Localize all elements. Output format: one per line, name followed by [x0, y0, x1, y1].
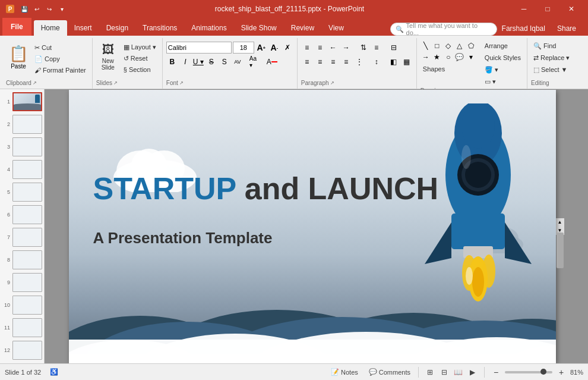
- slide-thumb-6[interactable]: 6: [2, 205, 42, 225]
- increase-font-btn[interactable]: A+: [255, 42, 267, 54]
- user-name[interactable]: Farshad Iqbal: [502, 24, 545, 33]
- columns-btn[interactable]: ⋮: [353, 56, 365, 68]
- find-button[interactable]: 🔍 Find: [531, 40, 558, 51]
- reading-view-btn[interactable]: 📖: [452, 366, 465, 379]
- line-spacing-btn[interactable]: ↕: [371, 56, 382, 68]
- slide-thumb-12[interactable]: 12: [2, 340, 42, 360]
- clipboard-expand-icon[interactable]: ↗: [33, 80, 37, 86]
- replace-button[interactable]: ⇄ Replace ▾: [531, 52, 572, 63]
- align-left-btn[interactable]: ≡: [301, 56, 313, 68]
- close-btn[interactable]: ✕: [559, 0, 583, 18]
- share-button[interactable]: Share: [550, 21, 583, 36]
- bullets-btn[interactable]: ≡: [301, 42, 313, 54]
- shape-callout[interactable]: 💬: [454, 52, 465, 62]
- slide-thumb-7[interactable]: 7: [2, 227, 42, 247]
- tab-view[interactable]: View: [321, 20, 351, 36]
- smart-art-btn[interactable]: ⊟: [388, 42, 400, 54]
- layout-button[interactable]: ▦ Layout ▾: [121, 42, 159, 52]
- paragraph-expand-icon[interactable]: ↗: [330, 80, 334, 86]
- paste-button[interactable]: 📋 Paste: [6, 40, 31, 73]
- maximize-btn[interactable]: □: [536, 0, 559, 18]
- shape-more[interactable]: ▾: [466, 52, 476, 62]
- canvas-area[interactable]: STARTUP and LAUNCH A Presentation Templa…: [45, 89, 588, 363]
- numbering-btn[interactable]: ≡: [314, 42, 326, 54]
- zoom-slider[interactable]: [505, 371, 552, 373]
- zoom-in-btn[interactable]: +: [555, 366, 568, 379]
- font-name-input[interactable]: [166, 42, 232, 54]
- tell-me-input[interactable]: 🔍 Tell me what you want to do...: [390, 23, 497, 36]
- comments-btn[interactable]: 💬 Comments: [366, 367, 413, 377]
- slide-panel[interactable]: 1 2 3 4 5 6 7: [0, 89, 45, 363]
- slide-canvas[interactable]: STARTUP and LAUNCH A Presentation Templa…: [69, 90, 556, 363]
- slide-thumb-11[interactable]: 11: [2, 318, 42, 338]
- align-right-btn[interactable]: ≡: [327, 56, 339, 68]
- font-size-input[interactable]: [233, 42, 254, 54]
- shape-line[interactable]: ╲: [421, 40, 431, 51]
- cut-button[interactable]: ✂ Cut: [32, 42, 88, 53]
- shape-diamond[interactable]: ◇: [443, 40, 454, 51]
- normal-view-btn[interactable]: ⊞: [423, 366, 437, 379]
- tab-animations[interactable]: Animations: [184, 20, 233, 36]
- scroll-thumb[interactable]: [557, 233, 564, 268]
- shape-star[interactable]: ★: [432, 52, 442, 62]
- shape-triangle[interactable]: △: [454, 40, 465, 51]
- clear-format-btn[interactable]: ✗: [282, 42, 293, 54]
- italic-btn[interactable]: I: [179, 56, 191, 68]
- tab-file[interactable]: File: [2, 18, 31, 36]
- shape-outline-button[interactable]: ▭ ▾: [482, 76, 523, 87]
- shape-pentagon[interactable]: ⬠: [466, 40, 476, 51]
- scroll-up-btn[interactable]: ▲: [556, 218, 564, 227]
- tab-insert[interactable]: Insert: [67, 20, 99, 36]
- slide-thumb-4[interactable]: 4: [2, 159, 42, 180]
- section-button[interactable]: § Section: [121, 64, 159, 75]
- slides-expand-icon[interactable]: ↗: [113, 80, 118, 86]
- slide-thumb-9[interactable]: 9: [2, 272, 42, 293]
- bold-btn[interactable]: B: [166, 56, 178, 68]
- char-spacing-btn[interactable]: AV: [232, 56, 244, 68]
- arrange-button[interactable]: Arrange: [482, 40, 523, 51]
- decrease-font-btn[interactable]: A-: [268, 42, 280, 54]
- align-center-btn[interactable]: ≡: [314, 56, 326, 68]
- justify-btn[interactable]: ≡: [340, 56, 352, 68]
- increase-indent-btn[interactable]: →: [340, 42, 352, 54]
- quick-styles-button[interactable]: Quick Styles: [482, 52, 523, 63]
- shape-oval[interactable]: ○: [443, 52, 454, 62]
- slide-thumb-2[interactable]: 2: [2, 114, 42, 134]
- customize-btn[interactable]: ▾: [56, 4, 67, 14]
- font-expand-icon[interactable]: ↗: [179, 80, 184, 86]
- tab-home[interactable]: Home: [34, 20, 67, 36]
- reset-button[interactable]: ↺ Reset: [121, 53, 159, 64]
- tab-transitions[interactable]: Transitions: [135, 20, 184, 36]
- shapes-dropdown[interactable]: Shapes: [421, 64, 480, 74]
- tab-design[interactable]: Design: [99, 20, 135, 36]
- shape-rect[interactable]: □: [432, 40, 442, 51]
- notes-btn[interactable]: 📝 Notes: [328, 367, 361, 377]
- slideshow-view-btn[interactable]: ▶: [466, 366, 479, 379]
- shape-fill-button[interactable]: 🪣 ▾: [482, 64, 523, 75]
- slide-thumb-1[interactable]: 1: [2, 92, 42, 112]
- vertical-scrollbar[interactable]: ▲ ▼: [556, 218, 564, 235]
- text-shadow-btn[interactable]: S: [219, 56, 230, 68]
- slide-thumb-3[interactable]: 3: [2, 137, 42, 157]
- slide-thumb-13[interactable]: 13: [2, 363, 42, 363]
- format-painter-button[interactable]: 🖌 Format Painter: [32, 65, 88, 76]
- save-btn[interactable]: 💾: [19, 4, 30, 14]
- tab-slideshow[interactable]: Slide Show: [234, 20, 284, 36]
- select-button[interactable]: ⬚ Select ▼: [531, 64, 570, 75]
- shape-arrow[interactable]: →: [421, 52, 431, 62]
- text-direction-btn[interactable]: ⇅: [358, 42, 369, 54]
- new-slide-button[interactable]: 🖼 NewSlide: [96, 40, 120, 73]
- copy-button[interactable]: 📄 Copy: [32, 54, 88, 64]
- minimize-btn[interactable]: ─: [512, 0, 536, 18]
- font-color-btn[interactable]: A: [266, 56, 278, 68]
- border-btn[interactable]: ▦: [401, 56, 413, 68]
- zoom-level[interactable]: 81%: [570, 369, 583, 376]
- slide-thumb-10[interactable]: 10: [2, 295, 42, 315]
- underline-btn[interactable]: U ▾: [192, 56, 204, 68]
- slide-sorter-btn[interactable]: ⊟: [438, 366, 451, 379]
- accessibility-btn[interactable]: ♿: [47, 367, 61, 377]
- zoom-out-btn[interactable]: −: [489, 366, 502, 379]
- slide-thumb-8[interactable]: 8: [2, 250, 42, 270]
- tab-review[interactable]: Review: [284, 20, 321, 36]
- align-btn[interactable]: ≡: [371, 42, 382, 54]
